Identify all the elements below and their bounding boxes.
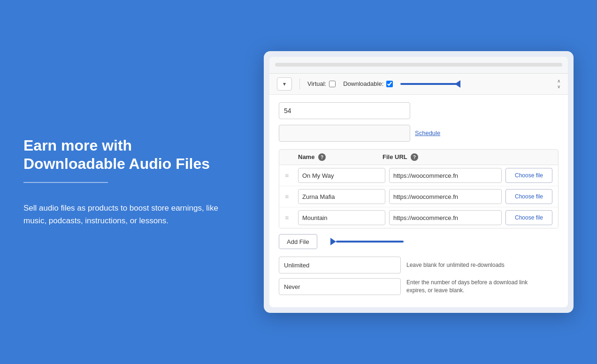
drag-handle-icon[interactable]: ≡ <box>285 193 294 200</box>
drag-handle-icon[interactable]: ≡ <box>285 214 294 221</box>
arrow-right-icon <box>400 81 457 87</box>
add-file-button[interactable]: Add File <box>279 234 317 249</box>
file-name-input[interactable] <box>298 189 385 204</box>
scrollbar-track <box>275 63 562 67</box>
quantity-field-row <box>279 102 559 119</box>
download-expiry-input[interactable] <box>279 278 401 295</box>
download-expiry-hint: Enter the number of days before a downlo… <box>406 279 528 295</box>
quantity-input[interactable] <box>279 102 410 119</box>
file-url-input[interactable] <box>389 168 502 183</box>
file-url-input[interactable] <box>389 210 502 225</box>
choose-file-button[interactable]: Choose file <box>505 210 552 225</box>
downloadable-checkbox[interactable] <box>386 81 393 87</box>
header-name-col: Name ? <box>298 153 383 161</box>
description-text: Sell audio files as products to boost st… <box>23 202 221 227</box>
card-inner: ▾ Virtual: Downloadable: ∧ ∨ <box>269 57 568 308</box>
files-table-header: Name ? File URL ? <box>279 150 558 166</box>
file-url-input[interactable] <box>389 189 502 204</box>
add-file-row: Add File <box>279 234 559 249</box>
up-icon[interactable]: ∧ <box>557 79 560 83</box>
divider <box>23 182 108 183</box>
header-drag-col <box>285 153 298 161</box>
name-help-icon[interactable]: ? <box>318 153 326 161</box>
files-table: Name ? File URL ? ≡ Choose file <box>279 149 559 229</box>
header-url-col: File URL ? <box>383 153 501 161</box>
header-btn-col <box>501 153 552 161</box>
down-icon[interactable]: ∨ <box>557 84 560 89</box>
right-panel: ▾ Virtual: Downloadable: ∧ ∨ <box>264 51 574 313</box>
choose-file-button[interactable]: Choose file <box>505 189 552 204</box>
card-topbar <box>269 57 568 74</box>
url-help-icon[interactable]: ? <box>411 153 418 161</box>
schedule-field-row: Schedule <box>279 125 559 142</box>
col-url-label: File URL <box>383 153 407 160</box>
downloads-limit-input[interactable] <box>279 257 401 273</box>
col-name-label: Name <box>298 153 314 160</box>
downloadable-checkbox-group: Downloadable: <box>343 80 393 87</box>
file-name-input[interactable] <box>298 210 385 225</box>
arrow-annotation-downloadable <box>400 81 457 87</box>
chevron-down-icon: ▾ <box>283 81 286 87</box>
virtual-label: Virtual: <box>307 80 326 87</box>
dropdown-button[interactable]: ▾ <box>277 77 292 91</box>
schedule-input[interactable] <box>279 125 410 142</box>
content-area: Schedule Name ? File URL ? <box>269 95 568 308</box>
table-row: ≡ Choose file <box>279 207 558 228</box>
downloadable-label: Downloadable: <box>343 80 383 87</box>
downloads-limit-row: Leave blank for unlimited re-downloads <box>279 257 559 273</box>
drag-handle-icon[interactable]: ≡ <box>285 172 294 179</box>
virtual-checkbox[interactable] <box>329 81 336 87</box>
file-name-input[interactable] <box>298 168 385 183</box>
table-row: ≡ Choose file <box>279 186 558 207</box>
download-expiry-row: Enter the number of days before a downlo… <box>279 278 559 295</box>
downloads-limit-hint: Leave blank for unlimited re-downloads <box>406 261 505 269</box>
virtual-checkbox-group: Virtual: <box>307 80 336 87</box>
separator <box>299 78 300 90</box>
table-row: ≡ Choose file <box>279 165 558 186</box>
main-heading: Earn more with Downloadable Audio Files <box>23 136 221 173</box>
schedule-link[interactable]: Schedule <box>415 129 440 136</box>
up-down-buttons: ∧ ∨ <box>557 79 560 89</box>
left-panel: Earn more with Downloadable Audio Files … <box>23 136 221 227</box>
toolbar-row: ▾ Virtual: Downloadable: ∧ ∨ <box>269 74 568 95</box>
choose-file-button[interactable]: Choose file <box>505 168 552 183</box>
arrow-annotation-add-file <box>329 239 404 244</box>
